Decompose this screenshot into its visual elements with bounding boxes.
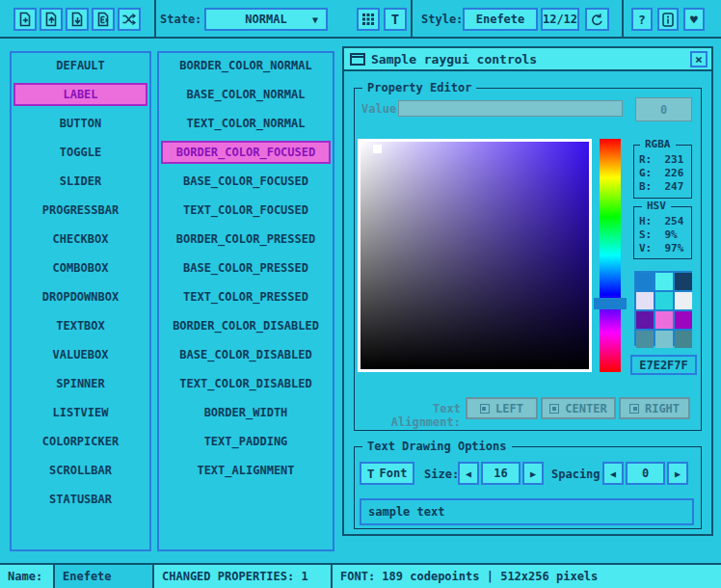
show-controls-table-button[interactable] — [357, 8, 380, 31]
palette-swatch[interactable] — [675, 331, 692, 348]
control-item[interactable]: COLORPICKER — [13, 430, 147, 453]
hue-bar[interactable] — [600, 139, 621, 372]
size-valuebox[interactable]: 16 — [481, 462, 521, 485]
statusbar: Name: Enefete CHANGED PROPERTIES: 1 FONT… — [0, 563, 721, 588]
palette-swatch[interactable] — [636, 292, 654, 309]
spacing-increase-button[interactable]: ▶ — [667, 462, 688, 485]
arrow-right-icon: ▶ — [675, 468, 681, 479]
export-file-button[interactable] — [92, 8, 115, 31]
new-file-button[interactable] — [13, 8, 37, 31]
font-button[interactable]: T Font — [360, 462, 414, 485]
help-button[interactable]: ? — [631, 8, 653, 31]
palette-swatch[interactable] — [675, 292, 692, 309]
control-item[interactable]: SCROLLBAR — [13, 459, 147, 482]
spacing-label: Spacing: — [551, 468, 607, 481]
palette-swatch[interactable] — [636, 331, 654, 348]
reload-style-button[interactable] — [585, 8, 609, 31]
control-item[interactable]: COMBOBOX — [13, 256, 147, 280]
align-right-button[interactable]: RIGHT — [619, 397, 690, 419]
property-item[interactable]: TEXT_COLOR_PRESSED — [161, 285, 331, 308]
palette-swatch[interactable] — [655, 273, 673, 290]
control-item[interactable]: TOGGLE — [13, 141, 147, 164]
palette-swatch[interactable] — [636, 273, 654, 290]
property-item-selected[interactable]: BORDER_COLOR_FOCUSED — [161, 141, 331, 164]
arrow-left-icon: ◀ — [466, 468, 471, 479]
style-name-button[interactable]: Enefete — [463, 8, 538, 31]
open-file-button[interactable] — [40, 8, 63, 31]
control-item[interactable]: DEFAULT — [13, 54, 147, 77]
palette-swatch[interactable] — [675, 273, 692, 290]
property-item[interactable]: TEXT_PADDING — [161, 430, 331, 453]
palette-swatch[interactable] — [655, 292, 673, 309]
hue-bar-handle[interactable] — [594, 298, 627, 309]
window-titlebar[interactable]: Sample raygui controls × — [344, 48, 711, 71]
value-valuebox[interactable]: 0 — [635, 97, 692, 121]
control-item[interactable]: CHECKBOX — [13, 227, 147, 251]
control-item-selected[interactable]: LABEL — [13, 83, 147, 106]
control-item[interactable]: LISTVIEW — [13, 401, 147, 424]
size-decrease-button[interactable]: ◀ — [458, 462, 479, 485]
control-item[interactable]: VALUEBOX — [13, 343, 147, 366]
control-item[interactable]: PROGRESSBAR — [13, 199, 147, 222]
close-window-button[interactable]: × — [690, 51, 708, 67]
style-name-text: Enefete — [63, 570, 112, 583]
style-name-value: Enefete — [476, 13, 525, 26]
property-item[interactable]: BASE_COLOR_FOCUSED — [161, 170, 331, 193]
state-dropdown[interactable]: NORMAL ▼ — [204, 8, 328, 31]
name-label-cell: Name: — [0, 565, 55, 588]
control-item[interactable]: SLIDER — [13, 170, 147, 193]
control-item[interactable]: DROPDOWNBOX — [13, 285, 147, 308]
property-item[interactable]: BASE_COLOR_DISABLED — [161, 343, 331, 366]
rgba-group: RGBA R: 231 G: 226 B: 247 — [633, 145, 692, 199]
font-info-status: FONT: 189 codepoints | 512x256 pixels — [333, 565, 721, 588]
randomize-style-button[interactable] — [118, 8, 141, 31]
toolbar: State: NORMAL ▼ T Style: Enefete 12/12 ? — [0, 0, 721, 39]
sample-text-textbox[interactable]: sample text — [360, 498, 694, 525]
size-value: 16 — [494, 467, 507, 480]
property-item[interactable]: BASE_COLOR_PRESSED — [161, 256, 331, 280]
align-left-text: LEFT — [495, 402, 523, 415]
property-item[interactable]: BASE_COLOR_NORMAL — [161, 83, 331, 106]
palette-swatch[interactable] — [655, 331, 673, 348]
spacing-value: 0 — [642, 467, 649, 480]
property-item[interactable]: TEXT_COLOR_DISABLED — [161, 372, 331, 395]
control-item[interactable]: STATUSBAR — [13, 488, 147, 511]
property-item[interactable]: TEXT_COLOR_FOCUSED — [161, 199, 331, 222]
font-settings-button[interactable]: T — [384, 8, 407, 31]
window-title: Sample raygui controls — [371, 52, 537, 67]
save-file-button[interactable] — [66, 8, 89, 31]
hex-color-textbox[interactable]: E7E2F7F — [630, 355, 697, 375]
hex-color-value: E7E2F7F — [639, 359, 688, 372]
style-count-value: 12/12 — [543, 13, 577, 26]
property-editor-title: Property Editor — [362, 81, 476, 94]
property-item[interactable]: TEXT_COLOR_NORMAL — [161, 112, 331, 135]
text-t-icon: T — [391, 12, 399, 27]
about-button[interactable] — [657, 8, 679, 31]
palette-swatch[interactable] — [675, 311, 692, 329]
control-item[interactable]: TEXTBOX — [13, 314, 147, 337]
hsv-group: HSV H: 254 S: 9% V: 97% — [633, 206, 692, 259]
align-left-button[interactable]: LEFT — [466, 397, 538, 419]
size-increase-button[interactable]: ▶ — [522, 462, 544, 485]
property-item[interactable]: BORDER_WIDTH — [161, 401, 331, 424]
style-count-valuebox[interactable]: 12/12 — [541, 8, 579, 31]
color-panel-marker[interactable] — [373, 145, 382, 153]
style-name-textbox[interactable]: Enefete — [55, 565, 154, 588]
align-center-button[interactable]: CENTER — [541, 397, 616, 419]
color-panel[interactable] — [358, 139, 592, 372]
property-item[interactable]: BORDER_COLOR_NORMAL — [161, 54, 331, 77]
sponsor-button[interactable]: ♥ — [683, 8, 705, 31]
palette-swatch[interactable] — [636, 311, 654, 329]
property-item[interactable]: TEXT_ALIGNMENT — [161, 459, 331, 482]
changed-properties-status: CHANGED PROPERTIES: 1 — [154, 565, 333, 588]
property-item[interactable]: BORDER_COLOR_PRESSED — [161, 227, 331, 251]
value-slider[interactable] — [398, 100, 623, 117]
control-item[interactable]: BUTTON — [13, 112, 147, 135]
arrow-left-icon: ◀ — [610, 468, 616, 479]
palette-swatch[interactable] — [655, 311, 673, 329]
file-open-icon — [43, 12, 59, 27]
spacing-valuebox[interactable]: 0 — [626, 462, 665, 485]
control-item[interactable]: SPINNER — [13, 372, 147, 395]
property-item[interactable]: BORDER_COLOR_DISABLED — [161, 314, 331, 337]
spacing-decrease-button[interactable]: ◀ — [602, 462, 624, 485]
